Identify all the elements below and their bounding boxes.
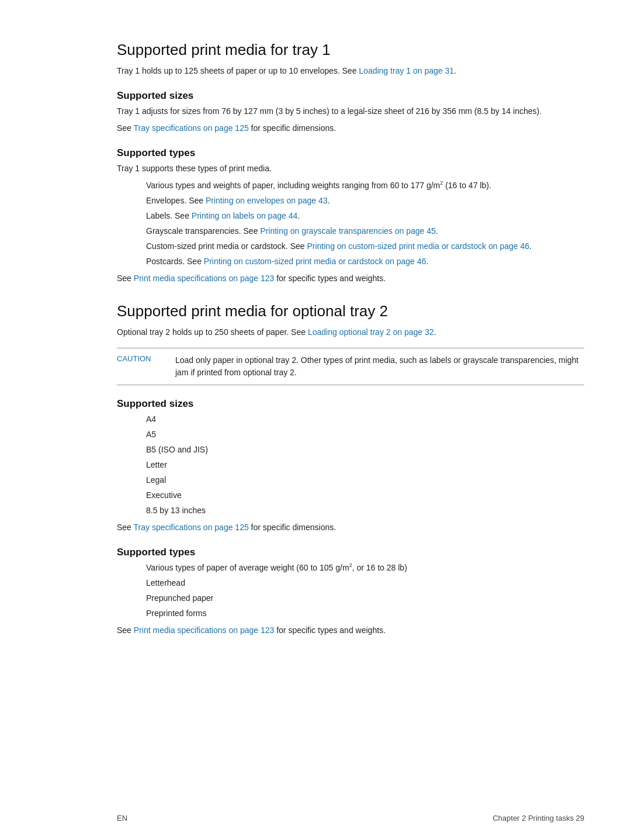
tray1-types-see: See Print media specifications on page 1…	[117, 272, 584, 285]
tray1-sizes-title: Supported sizes	[117, 90, 584, 102]
tray2-types-see: See Print media specifications on page 1…	[117, 624, 584, 637]
footer-left: EN	[117, 814, 127, 822]
tray2-size-legal: Legal	[146, 474, 584, 486]
tray2-size-a4: A4	[146, 413, 584, 426]
grayscale-link[interactable]: Printing on grayscale transparencies on …	[260, 226, 435, 236]
custom-media-link-1[interactable]: Printing on custom-sized print media or …	[307, 241, 529, 251]
section1-intro: Tray 1 holds up to 125 sheets of paper o…	[117, 65, 584, 77]
caution-block: CAUTION Load only paper in optional tray…	[117, 348, 584, 385]
tray1-type-item-2: Envelopes. See Printing on envelopes on …	[146, 195, 584, 207]
tray2-type-item-4: Preprinted forms	[146, 607, 584, 620]
tray2-size-a5: A5	[146, 428, 584, 441]
tray2-sizes-title: Supported sizes	[117, 398, 584, 410]
footer-right: Chapter 2 Printing tasks 29	[493, 814, 584, 822]
tray-specs-link-1[interactable]: Tray specifications on page 125	[134, 123, 249, 133]
section2-title: Supported print media for optional tray …	[117, 302, 584, 320]
tray1-sizes-para1: Tray 1 adjusts for sizes from 76 by 127 …	[117, 105, 584, 117]
labels-link[interactable]: Printing on labels on page 44	[192, 211, 297, 220]
loading-tray1-link[interactable]: Loading tray 1 on page 31	[359, 66, 454, 75]
section2-intro: Optional tray 2 holds up to 250 sheets o…	[117, 326, 584, 338]
print-media-specs-link-1[interactable]: Print media specifications on page 123	[134, 274, 274, 283]
tray2-type-item-2: Letterhead	[146, 577, 584, 589]
tray1-type-item-6: Postcards. See Printing on custom-sized …	[146, 255, 584, 268]
tray2-type-item-1: Various types of paper of average weight…	[146, 562, 584, 574]
tray1-types-title: Supported types	[117, 147, 584, 159]
tray1-type-item-1: Various types and weights of paper, incl…	[146, 179, 584, 192]
tray1-type-item-4: Grayscale transparencies. See Printing o…	[146, 225, 584, 237]
tray2-size-8x13: 8.5 by 13 inches	[146, 504, 584, 517]
page-content: Supported print media for tray 1 Tray 1 …	[0, 0, 631, 676]
caution-label: CAUTION	[117, 354, 175, 379]
tray1-sizes-see: See Tray specifications on page 125 for …	[117, 122, 584, 134]
tray2-size-letter: Letter	[146, 459, 584, 471]
section1-title: Supported print media for tray 1	[117, 41, 584, 59]
tray2-type-item-3: Prepunched paper	[146, 592, 584, 604]
footer: EN Chapter 2 Printing tasks 29	[0, 814, 631, 822]
tray2-size-b5: B5 (ISO and JIS)	[146, 444, 584, 456]
tray2-size-executive: Executive	[146, 489, 584, 502]
print-media-specs-link-2[interactable]: Print media specifications on page 123	[134, 625, 274, 635]
tray2-types-title: Supported types	[117, 547, 584, 558]
tray1-type-item-3: Labels. See Printing on labels on page 4…	[146, 210, 584, 222]
tray1-types-intro: Tray 1 supports these types of print med…	[117, 163, 584, 175]
tray-specs-link-2[interactable]: Tray specifications on page 125	[134, 523, 249, 532]
postcards-link[interactable]: Printing on custom-sized print media or …	[204, 257, 427, 266]
tray1-type-item-5: Custom-sized print media or cardstock. S…	[146, 240, 584, 253]
tray2-sizes-see: See Tray specifications on page 125 for …	[117, 521, 584, 534]
caution-text: Load only paper in optional tray 2. Othe…	[175, 354, 584, 379]
envelopes-link[interactable]: Printing on envelopes on page 43	[206, 196, 328, 205]
loading-tray2-link[interactable]: Loading optional tray 2 on page 32	[308, 327, 434, 337]
